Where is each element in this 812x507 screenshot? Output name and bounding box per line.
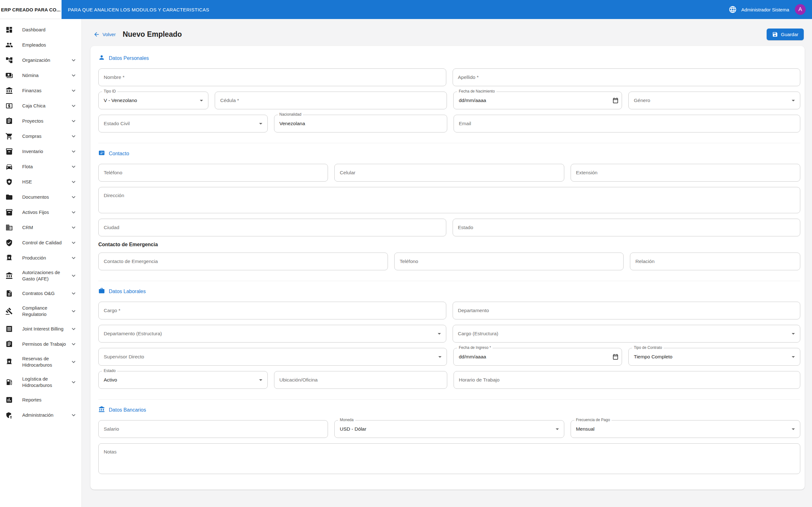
field-tipo-contrato[interactable]: Tipo de ContratoTiempo Completo xyxy=(628,348,800,366)
back-button[interactable]: Volver xyxy=(93,31,116,38)
field-email[interactable]: Email xyxy=(454,115,800,132)
chevron-down-icon xyxy=(70,341,77,348)
sidebar-item-label: CRM xyxy=(22,224,70,231)
sidebar-item-administracion[interactable]: Administración xyxy=(0,407,82,423)
field-frecuencia-pago[interactable]: Frecuencia de PagoMensual xyxy=(571,420,800,438)
field-estado-empleado[interactable]: EstadoActivo xyxy=(98,371,268,389)
sidebar-item-organizacion[interactable]: Organización xyxy=(0,53,82,68)
field-label: Estado xyxy=(102,369,117,373)
sidebar-item-label: Administración xyxy=(22,412,70,418)
field-genero[interactable]: Género xyxy=(628,92,800,109)
field-cargo[interactable]: Cargo * xyxy=(98,302,446,320)
field-fecha-nacimiento[interactable]: Fecha de Nacimientodd/mm/aaaa xyxy=(453,92,622,109)
sidebar-item-produccion[interactable]: Producción xyxy=(0,250,82,266)
save-label: Guardar xyxy=(781,32,798,37)
sidebar-item-proyectos[interactable]: Proyectos xyxy=(0,113,82,129)
sidebar-item-caja-chica[interactable]: Caja Chica xyxy=(0,98,82,113)
sidebar-item-reservas[interactable]: Reservas de Hidrocarburos xyxy=(0,352,82,372)
field-estado-civil[interactable]: Estado Civil xyxy=(98,115,268,132)
sidebar-item-compras[interactable]: Compras xyxy=(0,129,82,144)
field-placeholder: Salario xyxy=(104,426,119,432)
dropdown-arrow-icon xyxy=(790,353,797,360)
field-apellido[interactable]: Apellido * xyxy=(453,68,801,86)
sidebar-item-label: Dashboard xyxy=(22,26,77,33)
form-row: Nombre *Apellido * xyxy=(98,68,800,86)
field-fecha-ingreso[interactable]: Fecha de Ingreso *dd/mm/aaaa xyxy=(453,348,622,366)
field-cargo-estructura[interactable]: Cargo (Estructura) xyxy=(453,325,801,343)
field-horario-trabajo[interactable]: Horario de Trabajo xyxy=(454,371,800,389)
sidebar-item-empleados[interactable]: Empleados xyxy=(0,38,82,53)
field-value: dd/mm/aaaa xyxy=(459,354,486,360)
sidebar-item-reportes[interactable]: Reportes xyxy=(0,392,82,407)
cash-box-icon xyxy=(5,102,13,110)
form-row: Supervisor DirectoFecha de Ingreso *dd/m… xyxy=(98,348,800,366)
sidebar-item-hse[interactable]: HSE xyxy=(0,174,82,189)
sidebar-item-compliance[interactable]: Compliance Regulatorio xyxy=(0,301,82,321)
sidebar-item-afe[interactable]: Autorizaciones de Gasto (AFE) xyxy=(0,266,82,286)
sidebar-item-label: Logística de Hidrocarburos xyxy=(22,376,70,389)
field-telefono[interactable]: Teléfono xyxy=(98,164,328,181)
admin-shield-icon xyxy=(5,411,13,419)
field-telefono-emergencia[interactable]: Teléfono xyxy=(394,252,623,270)
sidebar-item-label: Organización xyxy=(22,57,70,63)
section-datos-personales: Datos PersonalesNombre *Apellido *Tipo I… xyxy=(98,48,800,140)
field-departamento-estructura[interactable]: Departamento (Estructura) xyxy=(98,325,446,343)
sidebar-item-activos-fijos[interactable]: Activos Fijos xyxy=(0,205,82,220)
field-placeholder: Departamento (Estructura) xyxy=(104,331,162,337)
save-button[interactable]: Guardar xyxy=(767,29,804,40)
sidebar-item-inventario[interactable]: Inventario xyxy=(0,144,82,159)
field-relacion[interactable]: Relación xyxy=(630,252,800,270)
field-departamento[interactable]: Departamento xyxy=(453,302,801,320)
chevron-down-icon xyxy=(70,72,77,79)
field-notas[interactable]: Notas xyxy=(98,443,800,474)
sidebar-item-control-calidad[interactable]: Control de Calidad xyxy=(0,235,82,250)
sidebar-item-nomina[interactable]: Nómina xyxy=(0,68,82,83)
org-tree-icon xyxy=(5,56,13,64)
section-header-datos-personales: Datos Personales xyxy=(98,54,800,62)
field-estado[interactable]: Estado xyxy=(453,219,801,236)
globe-icon[interactable] xyxy=(728,5,737,14)
sidebar-item-label: Contratos O&G xyxy=(22,290,70,297)
form-row: Cargo *Departamento xyxy=(98,302,800,320)
sidebar-item-dashboard[interactable]: Dashboard xyxy=(0,22,82,38)
field-nombre[interactable]: Nombre * xyxy=(98,68,446,86)
field-ciudad[interactable]: Ciudad xyxy=(98,219,446,236)
section-title: Datos Bancarios xyxy=(109,407,146,413)
sidebar-item-finanzas[interactable]: Finanzas xyxy=(0,83,82,98)
sidebar-item-permisos-trabajo[interactable]: Permisos de Trabajo xyxy=(0,337,82,352)
field-celular[interactable]: Celular xyxy=(334,164,564,181)
field-nacionalidad[interactable]: NacionalidadVenezolana xyxy=(274,115,447,132)
calendar-icon[interactable] xyxy=(612,354,619,360)
sidebar-item-documentos[interactable]: Documentos xyxy=(0,189,82,205)
bank-icon xyxy=(98,406,105,414)
sidebar-item-crm[interactable]: CRM xyxy=(0,220,82,235)
field-cedula[interactable]: Cédula * xyxy=(215,92,447,109)
calendar-icon[interactable] xyxy=(612,97,619,104)
sidebar-item-contratos-og[interactable]: Contratos O&G xyxy=(0,286,82,301)
chevron-down-icon xyxy=(70,379,77,386)
section-header-contacto: Contacto xyxy=(98,150,800,158)
bank-icon xyxy=(5,272,13,279)
dropdown-arrow-icon xyxy=(257,376,264,384)
field-direccion[interactable]: Dirección xyxy=(98,187,800,213)
building-icon xyxy=(5,224,13,231)
field-moneda[interactable]: MonedaUSD - Dólar xyxy=(334,420,564,438)
form-row: Departamento (Estructura)Cargo (Estructu… xyxy=(98,325,800,343)
field-extension[interactable]: Extensión xyxy=(571,164,800,181)
field-placeholder: Notas xyxy=(104,449,117,455)
person-icon xyxy=(98,54,105,62)
avatar[interactable]: A xyxy=(795,4,806,15)
field-ubicacion-oficina[interactable]: Ubicación/Oficina xyxy=(274,371,447,389)
sidebar-item-label: Activos Fijos xyxy=(22,209,70,216)
field-contacto-emergencia[interactable]: Contacto de Emergencia xyxy=(98,252,388,270)
field-label: Tipo ID xyxy=(102,89,117,94)
sidebar-item-jib[interactable]: Joint Interest Billing xyxy=(0,321,82,337)
sidebar-item-logistica[interactable]: Logística de Hidrocarburos xyxy=(0,372,82,392)
user-name: Administrador Sistema xyxy=(741,7,789,12)
sidebar-item-flota[interactable]: Flota xyxy=(0,159,82,174)
field-supervisor-directo[interactable]: Supervisor Directo xyxy=(98,348,447,366)
field-tipo-id[interactable]: Tipo IDV - Venezolano xyxy=(98,92,208,109)
field-value: V - Venezolano xyxy=(104,98,137,103)
field-placeholder: Apellido * xyxy=(458,74,479,80)
field-salario[interactable]: Salario xyxy=(98,420,328,438)
